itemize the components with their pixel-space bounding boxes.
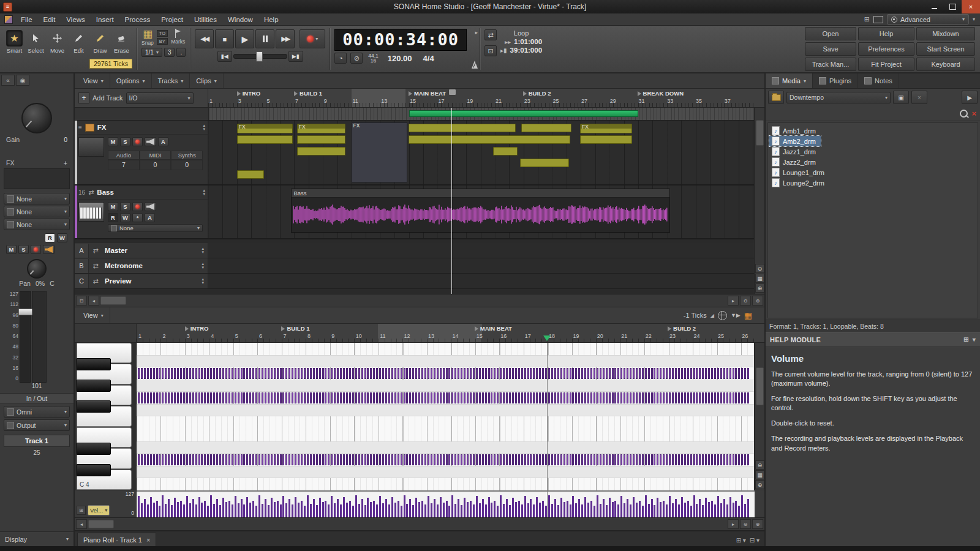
file-item[interactable]: ♪Lounge1_drm	[769, 167, 829, 178]
midi-note[interactable]	[720, 368, 722, 379]
midi-note[interactable]	[334, 392, 336, 403]
midi-note[interactable]	[536, 454, 538, 465]
midi-note[interactable]	[564, 454, 565, 465]
midi-note[interactable]	[612, 454, 614, 465]
midi-note[interactable]	[322, 392, 324, 403]
midi-note[interactable]	[705, 392, 707, 403]
midi-note[interactable]	[428, 454, 429, 465]
midi-note[interactable]	[168, 392, 170, 403]
bus-row-master[interactable]: A⇄Master▴▾	[75, 243, 764, 258]
midi-note[interactable]	[285, 454, 287, 465]
scroll-right-button[interactable]: ▸	[728, 296, 739, 305]
midi-note[interactable]	[370, 454, 372, 465]
midi-note[interactable]	[165, 368, 167, 379]
midi-note[interactable]	[195, 454, 197, 465]
velocity-bar[interactable]	[708, 502, 710, 517]
midi-note[interactable]	[702, 392, 704, 403]
midi-note[interactable]	[352, 368, 354, 379]
midi-note[interactable]	[636, 392, 638, 403]
midi-note[interactable]	[620, 392, 622, 403]
midi-note[interactable]	[494, 368, 496, 379]
zoom-grid-button[interactable]: ▦	[755, 274, 764, 283]
midi-note[interactable]	[663, 392, 665, 403]
midi-note[interactable]	[434, 368, 435, 379]
midi-note[interactable]	[349, 454, 351, 465]
midi-note[interactable]	[235, 454, 236, 465]
midi-note[interactable]	[609, 454, 611, 465]
midi-note[interactable]	[708, 368, 710, 379]
midi-note[interactable]	[500, 368, 502, 379]
velocity-bar[interactable]	[684, 503, 686, 517]
velocity-bar[interactable]	[614, 501, 616, 517]
bass-track-name[interactable]: Bass	[97, 189, 114, 196]
midi-note[interactable]	[590, 368, 592, 379]
midi-note[interactable]	[192, 368, 194, 379]
midi-note[interactable]	[708, 454, 710, 465]
velocity-bar[interactable]	[738, 506, 740, 517]
velocity-bar[interactable]	[560, 498, 562, 517]
midi-note[interactable]	[159, 454, 160, 465]
section-marker[interactable]: MAIN BEAT	[409, 90, 446, 97]
midi-note[interactable]	[249, 392, 251, 403]
midi-note[interactable]	[328, 392, 330, 403]
io-select[interactable]: I/O ▾	[126, 92, 194, 104]
clear-search-icon[interactable]: ×	[971, 109, 976, 118]
midi-note[interactable]	[255, 454, 257, 465]
midi-note[interactable]	[539, 392, 541, 403]
midi-note[interactable]	[669, 392, 671, 403]
midi-note[interactable]	[476, 392, 478, 403]
velocity-bar[interactable]	[714, 504, 716, 517]
midi-note[interactable]	[614, 368, 616, 379]
start-screen-button[interactable]: Start Screen	[916, 42, 975, 56]
midi-note[interactable]	[443, 454, 445, 465]
black-key[interactable]	[77, 400, 111, 413]
midi-note[interactable]	[451, 392, 453, 403]
velocity-bar[interactable]	[141, 503, 143, 517]
stop-button[interactable]: ■	[215, 29, 234, 48]
scroll-thumb[interactable]	[756, 367, 764, 405]
midi-note[interactable]	[310, 392, 312, 403]
midi-note[interactable]	[337, 454, 339, 465]
midi-note[interactable]	[358, 368, 360, 379]
midi-note[interactable]	[578, 454, 580, 465]
midi-note[interactable]	[612, 392, 614, 403]
midi-note[interactable]	[560, 392, 562, 403]
midi-note[interactable]	[714, 392, 716, 403]
bass-audio-clip[interactable]: Bass	[291, 189, 670, 233]
grid-snap-icon[interactable]: ▦	[744, 311, 752, 320]
velocity-bar[interactable]	[657, 498, 658, 517]
midi-note[interactable]	[274, 392, 276, 403]
midi-note[interactable]	[144, 392, 146, 403]
velocity-bar[interactable]	[391, 497, 393, 517]
section-marker[interactable]: INTRO	[185, 325, 209, 332]
midi-note[interactable]	[189, 454, 191, 465]
time-display[interactable]: 00:00:34:00	[334, 29, 467, 51]
velocity-bar[interactable]	[219, 505, 221, 517]
midi-note[interactable]	[630, 454, 631, 465]
midi-note[interactable]	[515, 392, 517, 403]
midi-note[interactable]	[301, 368, 303, 379]
velocity-bar[interactable]	[180, 501, 182, 517]
midi-note[interactable]	[527, 454, 529, 465]
velocity-bar[interactable]	[440, 497, 442, 517]
midi-note[interactable]	[536, 392, 538, 403]
midi-note[interactable]	[391, 368, 393, 379]
velocity-bar[interactable]	[600, 504, 601, 517]
velocity-bar[interactable]	[382, 503, 384, 517]
bass-r-button[interactable]: R	[108, 213, 118, 222]
midi-note[interactable]	[687, 392, 689, 403]
folder-up-button[interactable]	[768, 91, 784, 104]
midi-note[interactable]	[222, 368, 224, 379]
browser-tab-plugins[interactable]: Plugins	[813, 73, 858, 88]
midi-note[interactable]	[491, 392, 492, 403]
velocity-bar[interactable]	[606, 505, 608, 517]
track-ruler[interactable]: 135791113151719212325272931333537INTROBU…	[208, 89, 755, 107]
midi-note[interactable]	[642, 368, 644, 379]
midi-note[interactable]	[207, 454, 209, 465]
velocity-bar[interactable]	[720, 503, 722, 517]
audio-clip[interactable]	[493, 147, 518, 156]
midi-note[interactable]	[316, 454, 318, 465]
velocity-bar[interactable]	[536, 497, 538, 517]
dock-expand-icon[interactable]: ⊟ ▾	[750, 537, 760, 544]
velocity-bar[interactable]	[476, 496, 478, 517]
